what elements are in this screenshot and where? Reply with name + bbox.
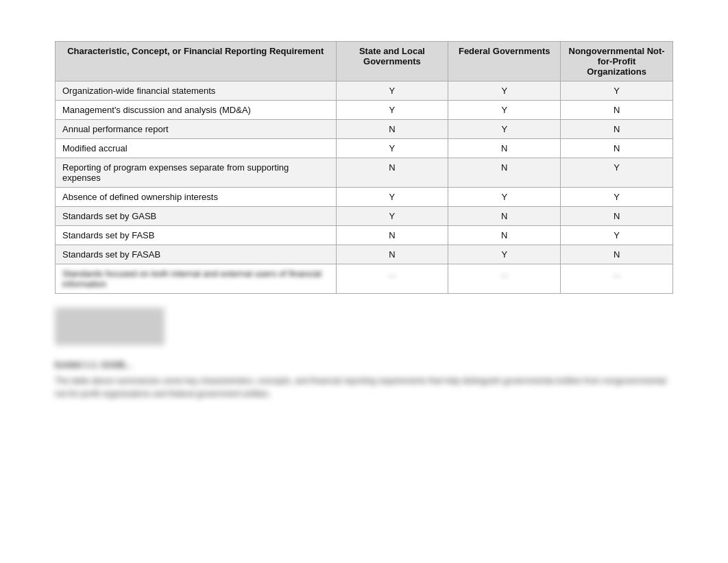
row-label: Organization-wide financial statements	[56, 82, 337, 101]
blurred-image	[55, 308, 165, 345]
row-value-federal: N	[448, 207, 561, 226]
header-col1: Characteristic, Concept, or Financial Re…	[56, 42, 337, 82]
table-row: Standards set by FASABNYN	[56, 245, 673, 264]
table-row: Management's discussion and analysis (MD…	[56, 101, 673, 120]
table-header-row: Characteristic, Concept, or Financial Re…	[56, 42, 673, 82]
table-row: Standards set by GASBYNN	[56, 207, 673, 226]
row-value-federal: Y	[448, 120, 561, 139]
row-label: Management's discussion and analysis (MD…	[56, 101, 337, 120]
row-value-state_local: ...	[336, 264, 448, 294]
row-value-federal: N	[448, 139, 561, 158]
row-label: Modified accrual	[56, 139, 337, 158]
row-value-nonprofit: N	[561, 120, 673, 139]
row-value-state_local: N	[336, 245, 448, 264]
header-col3: Federal Governments	[448, 42, 561, 82]
table-row: Reporting of program expenses separate f…	[56, 158, 673, 188]
row-value-federal: N	[448, 226, 561, 245]
row-value-nonprofit: Y	[561, 82, 673, 101]
row-value-state_local: N	[336, 226, 448, 245]
header-col2: State and Local Governments	[336, 42, 448, 82]
row-value-nonprofit: Y	[561, 188, 673, 207]
table-row: Organization-wide financial statementsYY…	[56, 82, 673, 101]
row-value-state_local: Y	[336, 207, 448, 226]
row-label: Standards set by FASAB	[56, 245, 337, 264]
row-label: Reporting of program expenses separate f…	[56, 158, 337, 188]
row-value-federal: Y	[448, 82, 561, 101]
row-value-state_local: Y	[336, 139, 448, 158]
row-label: Absence of defined ownership interests	[56, 188, 337, 207]
row-value-state_local: N	[336, 158, 448, 188]
row-value-nonprofit: N	[561, 207, 673, 226]
row-value-federal: Y	[448, 188, 561, 207]
row-value-nonprofit: Y	[561, 226, 673, 245]
page-wrapper: Characteristic, Concept, or Financial Re…	[0, 0, 728, 429]
footer-section: Exhibit 1-1. GASB... The table above sum…	[55, 359, 673, 401]
row-value-state_local: Y	[336, 82, 448, 101]
footer-label: Exhibit 1-1. GASB...	[55, 359, 673, 372]
row-value-nonprofit: N	[561, 139, 673, 158]
table-row: Modified accrualYNN	[56, 139, 673, 158]
row-value-federal: N	[448, 158, 561, 188]
header-col4: Nongovernmental Not-for-Profit Organizat…	[561, 42, 673, 82]
row-value-nonprofit: N	[561, 101, 673, 120]
footer-note: The table above summarizes some key char…	[55, 375, 673, 401]
row-value-state_local: Y	[336, 188, 448, 207]
row-value-state_local: N	[336, 120, 448, 139]
row-value-federal: Y	[448, 245, 561, 264]
table-body: Organization-wide financial statementsYY…	[56, 82, 673, 294]
comparison-table: Characteristic, Concept, or Financial Re…	[55, 41, 673, 294]
table-row: Standards focused on both internal and e…	[56, 264, 673, 294]
row-value-state_local: Y	[336, 101, 448, 120]
row-label: Standards set by FASB	[56, 226, 337, 245]
row-value-nonprofit: Y	[561, 158, 673, 188]
row-value-nonprofit: N	[561, 245, 673, 264]
table-row: Annual performance reportNYN	[56, 120, 673, 139]
table-row: Standards set by FASBNNY	[56, 226, 673, 245]
row-value-federal: ...	[448, 264, 561, 294]
row-label: Annual performance report	[56, 120, 337, 139]
row-value-federal: Y	[448, 101, 561, 120]
row-label: Standards set by GASB	[56, 207, 337, 226]
table-row: Absence of defined ownership interestsYY…	[56, 188, 673, 207]
row-value-nonprofit: ...	[561, 264, 673, 294]
row-label: Standards focused on both internal and e…	[56, 264, 337, 294]
